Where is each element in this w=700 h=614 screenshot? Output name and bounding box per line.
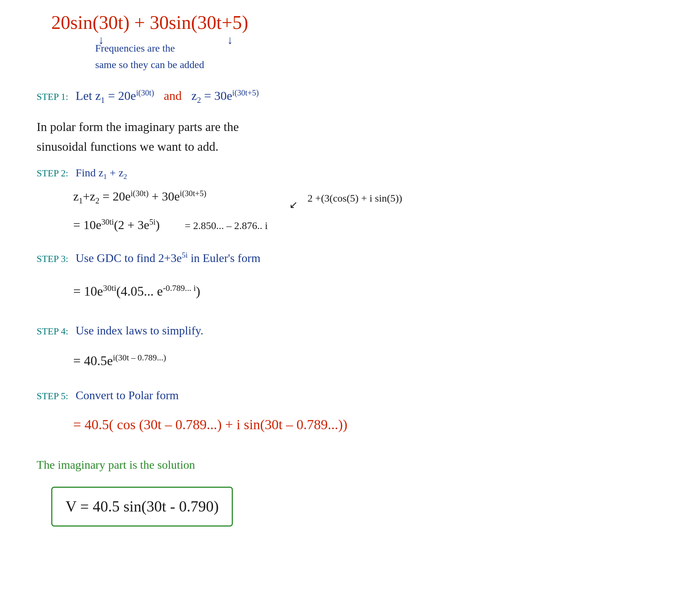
step5-desc: Convert to Polar form — [75, 389, 179, 402]
step3-block: STEP 3: Use GDC to find 2+3e5i in Euler'… — [37, 249, 260, 267]
step2-result: = 2.850... – 2.876.. i — [185, 220, 268, 231]
step3-label: STEP 3: — [37, 254, 68, 264]
step2-block: STEP 2: Find z1 + z2 — [37, 164, 127, 181]
step5-label: STEP 5: — [37, 391, 68, 401]
step4-eq: = 40.5ei(30t – 0.789...) — [73, 351, 166, 372]
arrow-right: ↑ — [227, 32, 233, 51]
step1-label: STEP 1: — [37, 91, 68, 102]
step2-label: STEP 2: — [37, 168, 68, 179]
polar-note-line1: In polar form the imaginary parts are th… — [37, 117, 239, 137]
step1-and: and — [164, 89, 182, 102]
freq-note-line1: Frequencies are the — [95, 40, 204, 57]
step4-label: STEP 4: — [37, 326, 68, 337]
step4-desc: Use index laws to simplify. — [75, 324, 203, 337]
main-eq-text: 20sin(30t) + 30sin(30t+5) — [51, 12, 248, 33]
imaginary-note-text: The imaginary part is the solution — [37, 458, 195, 471]
imaginary-note: The imaginary part is the solution — [37, 456, 195, 474]
step4-block: STEP 4: Use index laws to simplify. — [37, 321, 203, 340]
step5-eq-text: = 40.5( cos (30t – 0.789...) + i sin(30t… — [73, 417, 347, 432]
final-answer: V = 40.5 sin(30t - 0.790) — [51, 487, 233, 527]
step3-desc: Use GDC to find 2+3e5i in Euler's form — [75, 251, 260, 265]
step2-eq2-text: = 10e30ti(2 + 3e5i) — [73, 218, 163, 232]
freq-note-line2: same so they can be added — [95, 57, 204, 73]
step2-annotation: ↙ 2 +(3(cos(5) + i sin(5)) — [300, 190, 402, 207]
step5-eq: = 40.5( cos (30t – 0.789...) + i sin(30t… — [73, 413, 347, 436]
step2-annotation-text: 2 +(3(cos(5) + i sin(5)) — [308, 192, 402, 204]
step3-eq: = 10e30ti(4.05... e-0.789... i) — [73, 281, 200, 302]
step5-block: STEP 5: Convert to Polar form — [37, 386, 179, 405]
frequency-note: Frequencies are the same so they can be … — [95, 40, 204, 73]
polar-note-line2: sinusoidal functions we want to add. — [37, 137, 239, 157]
step1-content: Let z1 = 20ei(30t) and z2 = 30ei(30t+5) — [75, 89, 258, 102]
step4-eq-text: = 40.5ei(30t – 0.789...) — [73, 353, 166, 368]
final-answer-box: V = 40.5 sin(30t - 0.790) — [51, 487, 233, 527]
step1-block: STEP 1: Let z1 = 20ei(30t) and z2 = 30ei… — [37, 86, 259, 106]
step3-eq-text: = 10e30ti(4.05... e-0.789... i) — [73, 284, 200, 299]
step2-eq2: = 10e30ti(2 + 3e5i) = 2.850... – 2.876..… — [73, 215, 268, 235]
polar-note: In polar form the imaginary parts are th… — [37, 117, 239, 157]
step2-eq1-text: z1+z2 = 20ei(30t) + 30ei(30t+5) — [73, 190, 206, 203]
main-expression: 20sin(30t) + 30sin(30t+5) — [51, 7, 248, 38]
curved-arrow: ↙ — [289, 197, 298, 213]
step2-eq1: z1+z2 = 20ei(30t) + 30ei(30t+5) — [73, 187, 206, 206]
step2-find: Find z1 + z2 — [75, 166, 127, 179]
